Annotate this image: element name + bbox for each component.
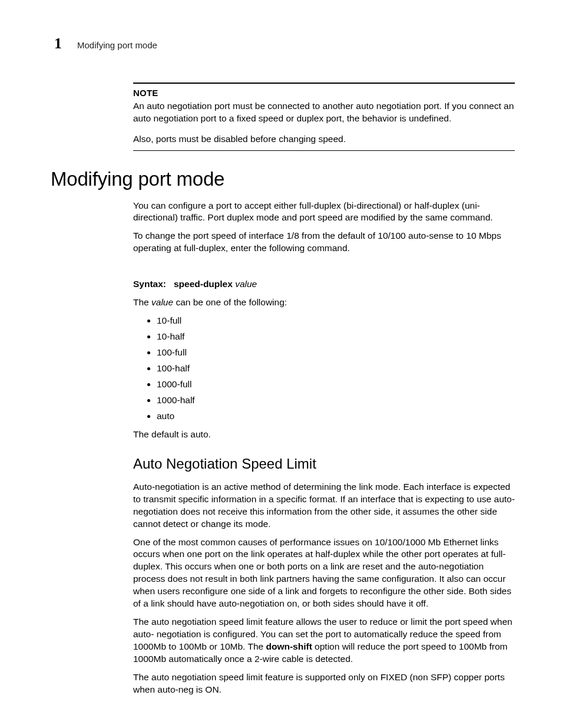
bold-term: down-shift xyxy=(266,641,312,651)
list-item: 100-half xyxy=(157,363,515,375)
default-line: The default is auto. xyxy=(133,429,515,441)
syntax-command: speed-duplex xyxy=(174,279,233,289)
syntax-prefix: Syntax: xyxy=(133,279,166,289)
syntax-intro: The value can be one of the following: xyxy=(133,297,515,309)
body-paragraph: The auto negotiation speed limit feature… xyxy=(133,671,515,696)
list-item: 1000-half xyxy=(157,394,515,407)
list-item: 10-half xyxy=(157,331,515,343)
note-block: NOTE An auto negotiation port must be co… xyxy=(133,83,515,151)
note-label: NOTE xyxy=(133,87,515,99)
value-list: 10-full 10-half 100-full 100-half 1000-f… xyxy=(133,315,515,422)
body-paragraph: Auto-negotiation is an active method of … xyxy=(133,481,515,531)
body-paragraph: To change the port speed of interface 1/… xyxy=(133,230,515,255)
note-after: Also, ports must be disabled before chan… xyxy=(133,133,515,146)
chapter-number: 1 xyxy=(54,33,62,54)
list-item: auto xyxy=(157,410,515,423)
list-item: 100-full xyxy=(157,347,515,359)
subsection-heading: Auto Negotiation Speed Limit xyxy=(133,454,515,473)
note-body: An auto negotiation port must be connect… xyxy=(133,100,515,125)
syntax-line: Syntax: speed-duplex value xyxy=(133,278,515,291)
section-heading: Modifying port mode xyxy=(51,166,515,193)
body-paragraph: One of the most common causes of perform… xyxy=(133,536,515,611)
syntax-arg: value xyxy=(235,279,257,289)
body-paragraph: The auto negotiation speed limit feature… xyxy=(133,616,515,666)
body-paragraph: You can configure a port to accept eithe… xyxy=(133,200,515,225)
running-header: 1 Modifying port mode xyxy=(54,33,157,54)
list-item: 10-full xyxy=(157,315,515,327)
running-title: Modifying port mode xyxy=(77,39,157,51)
list-item: 1000-full xyxy=(157,378,515,391)
